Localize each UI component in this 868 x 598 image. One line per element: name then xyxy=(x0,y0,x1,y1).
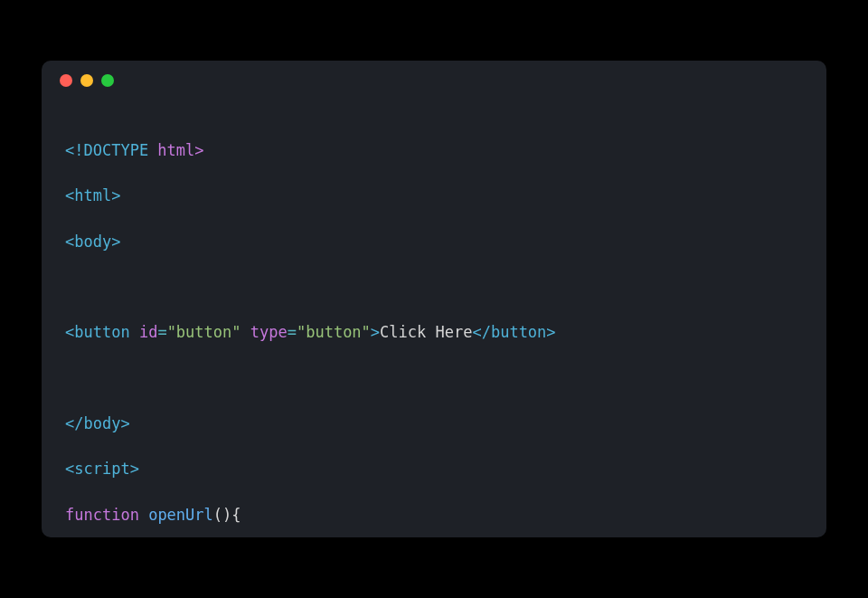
code-window: <!DOCTYPE html> <html> <body> <button id… xyxy=(42,61,826,537)
body-close-tag: </body> xyxy=(65,414,130,432)
paren-brace: (){ xyxy=(213,506,241,524)
doctype-token: <!DOCTYPE xyxy=(65,141,148,159)
code-line-blank1 xyxy=(65,276,803,299)
button-tag-open: <button xyxy=(65,323,130,341)
titlebar xyxy=(42,61,826,100)
attr-type: type xyxy=(241,323,288,341)
type-value: "button" xyxy=(297,323,371,341)
code-line-6: <script> xyxy=(65,458,803,480)
code-line-7: function openUrl(){ xyxy=(65,504,803,527)
button-close-tag: </button> xyxy=(472,323,555,341)
tag-close-bracket: > xyxy=(371,323,380,341)
id-value: "button" xyxy=(167,323,241,341)
button-text: Click Here xyxy=(380,323,472,341)
script-open-tag: <script> xyxy=(65,460,139,478)
attr-id: id xyxy=(130,323,158,341)
body-open-tag: <body> xyxy=(65,233,120,251)
close-icon[interactable] xyxy=(60,74,72,87)
code-line-3: <body> xyxy=(65,231,803,253)
equals2: = xyxy=(288,323,297,341)
code-line-5: </body> xyxy=(65,413,803,435)
code-line-blank2 xyxy=(65,367,803,390)
function-keyword: function xyxy=(65,506,139,524)
space1 xyxy=(139,506,148,524)
code-line-4: <button id="button" type="button">Click … xyxy=(65,321,803,344)
equals1: = xyxy=(157,323,166,341)
code-line-1: <!DOCTYPE html> xyxy=(65,139,803,162)
code-line-2: <html> xyxy=(65,185,803,207)
html-open-tag: <html> xyxy=(65,186,120,204)
code-content: <!DOCTYPE html> <html> <body> <button id… xyxy=(42,100,826,537)
maximize-icon[interactable] xyxy=(101,74,114,87)
openurl-def: openUrl xyxy=(148,506,213,524)
doctype-attr: html> xyxy=(148,141,203,159)
minimize-icon[interactable] xyxy=(80,74,93,87)
